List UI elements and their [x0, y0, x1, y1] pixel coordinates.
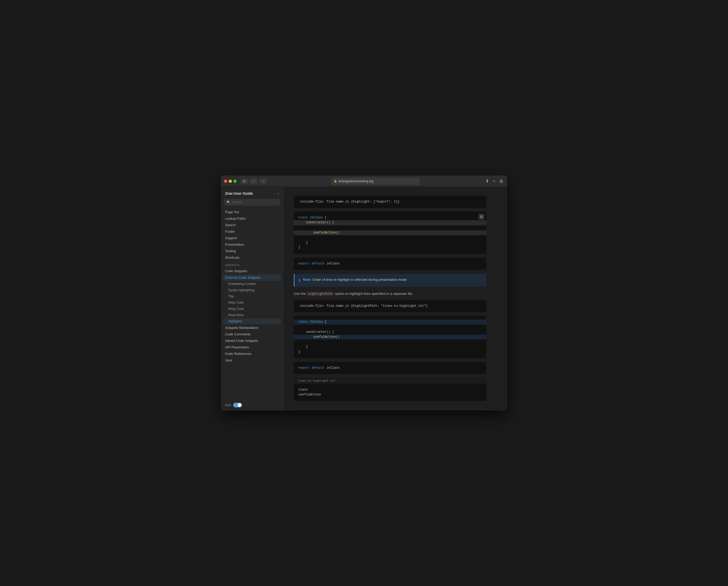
sidebar-item-highlights[interactable]: Highlights	[223, 318, 281, 324]
code-block-4: class JsClass { constructor() { usefulAc…	[294, 316, 486, 358]
note-box: ℹ Note: Order of lines to highlight is r…	[294, 274, 486, 287]
code-text-3: :include-file: file-name.js {highlightPa…	[294, 300, 486, 312]
sidebar-item-java[interactable]: Java	[223, 357, 281, 364]
sidebar-item-search[interactable]: Search	[223, 222, 281, 228]
code-text-1: :include-file: file-name.js {highlight: …	[294, 196, 486, 208]
code-block-export-1: export default JsClass	[294, 258, 486, 270]
code-block-export-2: export default JsClass	[294, 362, 486, 374]
sidebar-item-shortcuts[interactable]: Shortcuts	[223, 254, 281, 261]
note-content: Note: Order of lines to highlight is ref…	[303, 277, 407, 282]
code-block-3: :include-file: file-name.js {highlightPa…	[294, 300, 486, 312]
main-layout: Znai User Guide ‹ 🔍 Page Toc Lookup Path…	[221, 187, 507, 410]
maximize-button[interactable]	[233, 180, 236, 183]
sidebar-item-api-parameters[interactable]: API Parameters	[223, 344, 281, 350]
code-text-4: class JsClass { constructor() { usefulAc…	[294, 316, 486, 358]
url-text: testingisdocumenting.org	[338, 179, 373, 183]
content-inner: :include-file: file-name.js {highlight: …	[283, 187, 497, 410]
note-text: Order of lines to highlight is reflected…	[312, 278, 407, 282]
sidebar-item-support[interactable]: Support	[223, 235, 281, 241]
sidebar-item-footer[interactable]: Footer	[223, 228, 281, 235]
sidebar-item-title[interactable]: Title	[223, 293, 281, 299]
sidebar-item-presentation[interactable]: Presentation	[223, 241, 281, 248]
nav-forward-button[interactable]: ›	[259, 178, 267, 184]
sidebar-title: Znai User Guide	[225, 191, 253, 195]
traffic-lights	[224, 180, 236, 183]
sidebar-item-embedding-content[interactable]: Embedding Content	[223, 281, 281, 287]
new-tab-button[interactable]: +	[492, 178, 497, 184]
code-block-2: ⧉ class JsClass { constructor() { useful…	[294, 212, 486, 254]
sidebar-toggle-button[interactable]: ⊞	[241, 178, 248, 184]
note-label: Note:	[303, 278, 311, 282]
sidebar-item-read-more[interactable]: Read More	[223, 312, 281, 318]
sidebar-item-lookup-paths[interactable]: Lookup Paths	[223, 215, 281, 222]
search-icon: 🔍	[227, 201, 230, 204]
code-text-2: class JsClass { constructor() { usefulAc…	[294, 212, 486, 254]
dark-mode-label: dark	[225, 403, 231, 407]
titlebar: ⊞ ‹ › 🔒 testingisdocumenting.org ⬆ + ⊞	[221, 176, 507, 187]
nav-back-button[interactable]: ‹	[250, 178, 257, 184]
content-area: :include-file: file-name.js {highlight: …	[283, 187, 507, 410]
code-block-file: lines-to-highlight.txt class usefulActio…	[294, 378, 486, 401]
sidebar-item-external-code-snippets[interactable]: External Code Snippets	[223, 274, 281, 281]
sidebar-item-wrap-code[interactable]: Wrap Code	[223, 306, 281, 312]
close-button[interactable]	[224, 180, 227, 183]
sidebar-item-syntax-highlighting[interactable]: Syntax highlighting	[223, 287, 281, 293]
search-input[interactable]	[232, 201, 277, 204]
code-export-text-1: export default JsClass	[294, 258, 486, 270]
sidebar-collapse-button[interactable]: ‹	[278, 191, 279, 196]
code-text-file: class usefulAction	[294, 384, 486, 401]
file-tab-label: lines-to-highlight.txt	[294, 378, 486, 384]
lock-icon: 🔒	[334, 180, 337, 183]
sidebar-item-code-snippets[interactable]: Code Snippets	[223, 268, 281, 274]
sidebar-item-page-toc[interactable]: Page Toc	[223, 209, 281, 215]
body-text: Use the highlightPath option to highligh…	[294, 291, 486, 297]
copy-button-1[interactable]: ⧉	[478, 214, 484, 220]
code-block-1: :include-file: file-name.js {highlight: …	[294, 196, 486, 208]
code-export-text-2: export default JsClass	[294, 362, 486, 374]
sidebar-header: Znai User Guide ‹	[221, 187, 283, 199]
address-bar[interactable]: 🔒 testingisdocumenting.org	[331, 178, 420, 185]
inline-code-highlight-path: highlightPath	[307, 292, 334, 296]
dark-mode-switch[interactable]	[233, 403, 242, 407]
dark-mode-toggle: dark	[221, 400, 283, 410]
grid-button[interactable]: ⊞	[499, 178, 504, 184]
share-button[interactable]: ⬆	[484, 178, 490, 184]
sidebar-item-testing[interactable]: Testing	[223, 248, 281, 254]
sidebar-item-code-comments[interactable]: Code Comments	[223, 331, 281, 338]
browser-window: ⊞ ‹ › 🔒 testingisdocumenting.org ⬆ + ⊞ Z…	[221, 176, 507, 410]
snippets-section-label: SNIPPETS	[223, 261, 281, 268]
sidebar: Znai User Guide ‹ 🔍 Page Toc Lookup Path…	[221, 187, 283, 410]
sidebar-item-snippets-manipulation[interactable]: Snippets Manipulation	[223, 324, 281, 331]
sidebar-item-wide-code[interactable]: Wide Code	[223, 299, 281, 306]
nav-footer: ‹ Code Snippets Snippets Manipulation ›	[294, 409, 486, 410]
nav-list: Page Toc Lookup Paths Search Footer Supp…	[221, 209, 283, 364]
sidebar-item-inlined-code-snippets[interactable]: Inlined Code Snippets	[223, 338, 281, 344]
search-box[interactable]: 🔍	[224, 199, 280, 206]
titlebar-actions: ⬆ + ⊞	[484, 178, 504, 184]
minimize-button[interactable]	[229, 180, 232, 183]
info-icon: ℹ	[299, 277, 300, 284]
sidebar-item-code-references[interactable]: Code References	[223, 350, 281, 357]
